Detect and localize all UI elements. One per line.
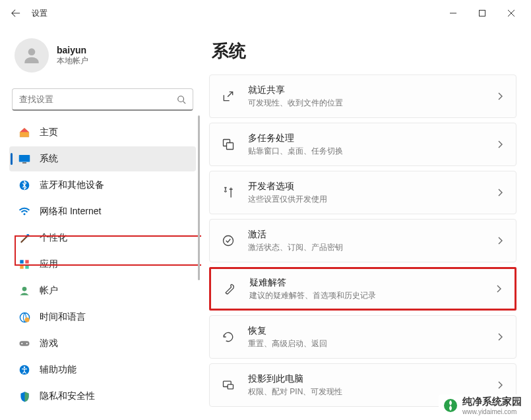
- sidebar-item-accounts[interactable]: 帐户: [9, 278, 196, 303]
- svg-point-8: [24, 213, 26, 215]
- card-title: 激活: [248, 229, 495, 241]
- chevron-right-icon: [495, 235, 505, 246]
- sidebar-item-label: 游戏: [40, 338, 58, 349]
- back-button[interactable]: [5, 3, 26, 24]
- svg-rect-17: [20, 341, 30, 346]
- user-subtitle: 本地帐户: [57, 55, 88, 67]
- sidebar-item-privacy[interactable]: 隐私和安全性: [9, 384, 196, 409]
- card-title: 疑难解答: [249, 277, 493, 289]
- sidebar-item-network[interactable]: 网络和 Internet: [9, 199, 196, 224]
- user-icon: [21, 45, 42, 66]
- sidebar-item-label: 应用: [40, 258, 58, 270]
- minimize-button[interactable]: [439, 3, 468, 24]
- chevron-right-icon: [495, 380, 505, 390]
- card-subtitle: 可发现性、收到文件的位置: [248, 98, 495, 109]
- maximize-button[interactable]: [468, 3, 497, 24]
- share-icon: [220, 88, 236, 104]
- sidebar-item-bluetooth[interactable]: 蓝牙和其他设备: [9, 173, 196, 198]
- watermark-url: www.yidaimei.com: [462, 408, 522, 415]
- svg-point-16: [24, 317, 29, 322]
- user-block[interactable]: baiyun 本地帐户: [9, 33, 196, 84]
- app-title: 设置: [32, 8, 47, 19]
- card-troubleshoot[interactable]: 疑难解答 建议的疑难解答、首选项和历史记录: [209, 267, 516, 311]
- sidebar-item-home[interactable]: 主页: [9, 120, 196, 145]
- sidebar-item-system[interactable]: 系统: [9, 146, 196, 171]
- svg-rect-5: [19, 155, 30, 162]
- card-developer[interactable]: 开发者选项 这些设置仅供开发使用: [209, 171, 516, 214]
- chevron-right-icon: [495, 91, 505, 102]
- chevron-right-icon: [493, 284, 504, 294]
- sidebar-item-label: 系统: [40, 153, 58, 165]
- card-subtitle: 这些设置仅供开发使用: [248, 194, 495, 205]
- card-subtitle: 建议的疑难解答、首选项和历史记录: [249, 290, 493, 301]
- sidebar-item-personalize[interactable]: 个性化: [9, 225, 196, 251]
- card-title: 开发者选项: [248, 181, 495, 193]
- svg-rect-12: [20, 265, 23, 268]
- settings-cards: 就近共享 可发现性、收到文件的位置 多任务处理 贴靠窗口、桌面、任务切换 开发者…: [209, 75, 516, 409]
- card-nearby-sharing[interactable]: 就近共享 可发现性、收到文件的位置: [209, 75, 516, 118]
- svg-point-24: [224, 236, 234, 246]
- search-box[interactable]: [12, 88, 193, 111]
- search-input[interactable]: [19, 94, 177, 104]
- page-title: 系统: [212, 40, 516, 63]
- avatar: [15, 38, 49, 73]
- system-icon: [18, 153, 30, 165]
- sidebar: baiyun 本地帐户 主页 系统 蓝牙和其他设备: [0, 26, 201, 420]
- card-title: 恢复: [248, 325, 495, 337]
- svg-rect-6: [22, 162, 26, 164]
- card-title: 多任务处理: [248, 133, 495, 144]
- home-icon: [18, 127, 30, 138]
- project-icon: [220, 377, 236, 393]
- svg-rect-23: [227, 143, 234, 150]
- user-name: baiyun: [57, 45, 88, 55]
- titlebar: 设置: [0, 0, 531, 26]
- svg-rect-10: [20, 260, 23, 263]
- svg-rect-26: [228, 384, 233, 389]
- sidebar-item-label: 网络和 Internet: [40, 206, 101, 218]
- card-title: 投影到此电脑: [248, 373, 495, 385]
- account-icon: [18, 285, 30, 297]
- maximize-icon: [479, 10, 485, 16]
- svg-point-19: [26, 343, 28, 344]
- sidebar-item-label: 个性化: [40, 232, 67, 244]
- card-subtitle: 激活状态、订阅、产品密钥: [248, 242, 495, 253]
- sidebar-item-accessibility[interactable]: 辅助功能: [9, 357, 196, 382]
- minimize-icon: [450, 10, 456, 16]
- chevron-right-icon: [495, 332, 505, 342]
- chevron-right-icon: [495, 187, 505, 198]
- card-recovery[interactable]: 恢复 重置、高级启动、返回: [209, 315, 516, 359]
- arrow-left-icon: [11, 9, 20, 18]
- sidebar-scrollbar[interactable]: [198, 115, 200, 280]
- sidebar-item-label: 蓝牙和其他设备: [40, 179, 104, 191]
- sidebar-item-label: 隐私和安全性: [40, 390, 95, 402]
- watermark: 纯净系统家园 www.yidaimei.com: [439, 394, 526, 417]
- card-subtitle: 重置、高级启动、返回: [248, 338, 495, 349]
- svg-point-18: [21, 343, 22, 344]
- sidebar-item-time[interactable]: 时间和语言: [9, 305, 196, 330]
- svg-rect-1: [480, 11, 485, 16]
- search-icon: [177, 95, 186, 104]
- svg-point-9: [26, 234, 30, 237]
- chevron-right-icon: [495, 139, 505, 150]
- brush-icon: [18, 232, 30, 244]
- bluetooth-icon: [18, 179, 30, 191]
- sidebar-item-gaming[interactable]: 游戏: [9, 331, 196, 356]
- card-activation[interactable]: 激活 激活状态、订阅、产品密钥: [209, 219, 516, 262]
- sidebar-item-apps[interactable]: 应用: [9, 252, 196, 277]
- sidebar-item-label: 主页: [40, 127, 58, 138]
- card-title: 就近共享: [248, 84, 495, 96]
- nav-list: 主页 系统 蓝牙和其他设备 网络和 Internet 个性化: [9, 120, 196, 409]
- sidebar-item-label: 辅助功能: [40, 364, 77, 376]
- close-button[interactable]: [497, 3, 526, 24]
- gamepad-icon: [18, 338, 30, 349]
- shield-icon: [18, 390, 30, 402]
- recovery-icon: [220, 329, 236, 345]
- wifi-icon: [18, 206, 30, 218]
- svg-rect-11: [25, 260, 28, 263]
- watermark-text: 纯净系统家园: [462, 396, 522, 408]
- globe-clock-icon: [18, 311, 30, 323]
- card-subtitle: 贴靠窗口、桌面、任务切换: [248, 146, 495, 157]
- svg-point-21: [24, 367, 26, 369]
- watermark-logo-icon: [443, 398, 458, 413]
- card-multitasking[interactable]: 多任务处理 贴靠窗口、桌面、任务切换: [209, 123, 516, 166]
